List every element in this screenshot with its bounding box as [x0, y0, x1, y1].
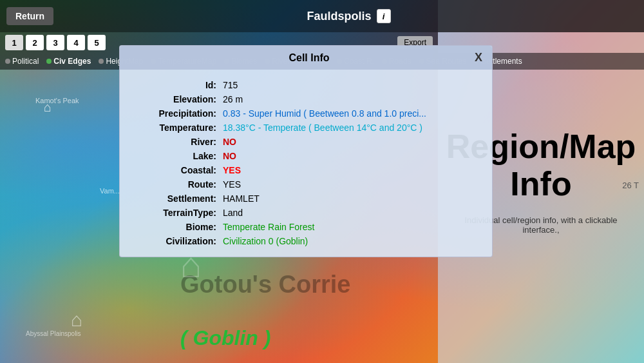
info-value-biome: Temperate Rain Forest [223, 222, 314, 232]
layer-dot-political [5, 59, 10, 64]
info-row-elevation: Elevation: 26 m [133, 94, 479, 104]
info-value-precipitation: 0.83 - Super Humid ( Beetween 0.8 and 1.… [223, 108, 426, 119]
info-label-route: Route: [133, 179, 223, 190]
info-value-route: YES [223, 179, 241, 190]
info-row-river: River: NO [133, 137, 479, 147]
info-value-terrain: Land [223, 208, 243, 218]
return-button[interactable]: Return [6, 7, 53, 25]
info-value-civilization: Civilization 0 (Goblin) [223, 236, 308, 246]
layer-civ-edges[interactable]: Civ Edges [46, 57, 91, 66]
info-row-terrain: TerrainType: Land [133, 208, 479, 218]
info-label-coastal: Coastal: [133, 165, 223, 175]
info-label-id: Id: [133, 80, 223, 90]
modal-header: Cell Info X [120, 46, 492, 70]
info-value-id: 715 [223, 80, 238, 90]
info-label-biome: Biome: [133, 222, 223, 232]
tab-2[interactable]: 2 [26, 35, 44, 50]
info-label-river: River: [133, 137, 223, 147]
info-label-terrain: TerrainType: [133, 208, 223, 218]
info-value-elevation: 26 m [223, 94, 243, 104]
layer-label-political: Political [12, 57, 39, 66]
settlement-icon-kamots: ⌂ [44, 100, 52, 115]
info-label-civilization: Civilization: [133, 236, 223, 246]
modal-body: Id: 715 Elevation: 26 m Precipitation: 0… [120, 70, 492, 257]
info-value-temperature: 18.38°C - Temperate ( Beetween 14°C and … [223, 123, 422, 133]
cell-info-modal: Cell Info X Id: 715 Elevation: 26 m Prec… [119, 45, 493, 257]
right-panel-number: 26 T [622, 181, 639, 190]
tab-3[interactable]: 3 [46, 35, 64, 50]
layer-political[interactable]: Political [5, 57, 39, 66]
info-row-route: Route: YES [133, 179, 479, 190]
info-value-river: NO [223, 137, 236, 147]
info-label-temperature: Temperature: [133, 123, 223, 133]
info-value-settlement: HAMLET [223, 193, 260, 204]
info-row-lake: Lake: NO [133, 151, 479, 161]
settlement-icon-abyssal: ⌂ [71, 309, 82, 331]
info-row-coastal: Coastal: YES [133, 165, 479, 175]
tab-4[interactable]: 4 [67, 35, 85, 50]
info-row-biome: Biome: Temperate Rain Forest [133, 222, 479, 232]
city-name: Fauldspolis [307, 10, 372, 23]
info-label-precipitation: Precipitation: [133, 108, 223, 119]
modal-close-button[interactable]: X [475, 51, 482, 64]
layer-dot-civ-edges [46, 59, 52, 64]
info-label-settlement: Settlement: [133, 193, 223, 204]
info-label-lake: Lake: [133, 151, 223, 161]
layer-label-civ-edges: Civ Edges [53, 57, 91, 66]
info-label-elevation: Elevation: [133, 94, 223, 104]
info-value-coastal: YES [223, 165, 241, 175]
top-bar: Return Fauldspolis i [0, 0, 644, 32]
layer-dot-heightmap [99, 59, 104, 64]
info-icon-button[interactable]: i [377, 9, 391, 23]
info-value-lake: NO [223, 151, 236, 161]
info-row-id: Id: 715 [133, 80, 479, 90]
info-row-precipitation: Precipitation: 0.83 - Super Humid ( Beet… [133, 108, 479, 119]
info-row-temperature: Temperature: 18.38°C - Temperate ( Beetw… [133, 123, 479, 133]
modal-title: Cell Info [144, 52, 475, 64]
info-row-settlement: Settlement: HAMLET [133, 193, 479, 204]
tab-5[interactable]: 5 [88, 35, 106, 50]
tab-1[interactable]: 1 [5, 35, 23, 50]
info-row-civilization: Civilization: Civilization 0 (Goblin) [133, 236, 479, 246]
